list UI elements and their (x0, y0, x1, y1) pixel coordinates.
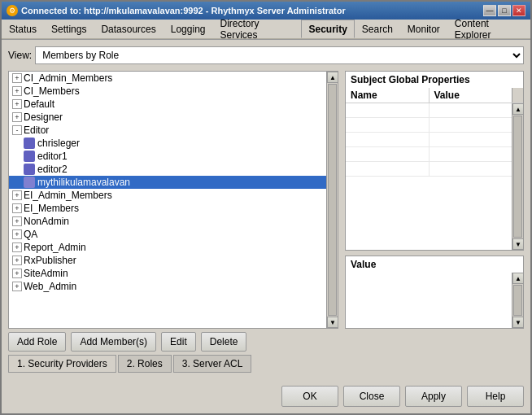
menu-datasources[interactable]: Datasources (94, 20, 163, 38)
tree-item-label: NonAdmin (24, 216, 69, 227)
expand-icon[interactable]: + (12, 282, 22, 291)
user-icon (24, 151, 35, 162)
menu-search[interactable]: Search (355, 20, 400, 38)
tree-item-report-admin[interactable]: + Report_Admin (9, 241, 326, 254)
scroll-thumb[interactable] (513, 116, 522, 238)
ok-button[interactable]: OK (281, 386, 338, 407)
expand-icon[interactable]: + (12, 86, 22, 96)
menu-content-explorer[interactable]: Content Explorer (447, 20, 530, 38)
tree-item-label: Web_Admin (24, 281, 76, 292)
delete-button[interactable]: Delete (201, 332, 247, 352)
scroll-down-button[interactable]: ▼ (512, 238, 523, 250)
tree-item-siteadmin[interactable]: + SiteAdmin (9, 267, 326, 280)
tree-item-label: chrisleger (37, 138, 80, 149)
value-title: Value (346, 256, 523, 273)
main-window: ⚙ Connected to: http://mkulamavalavan:99… (0, 0, 532, 415)
tree-item-label: Editor (24, 124, 49, 136)
props-row (346, 118, 512, 133)
add-role-button[interactable]: Add Role (8, 332, 66, 352)
tab-roles[interactable]: 2. Roles (118, 355, 172, 373)
tree-item-label: Designer (24, 111, 63, 123)
tab-security-providers[interactable]: 1. Security Providers (8, 355, 116, 373)
bottom-tabs: 1. Security Providers 2. Roles 3. Server… (8, 355, 524, 373)
props-table: Name Value (346, 88, 523, 250)
tree-item-chrisleger[interactable]: chrisleger (9, 137, 326, 150)
expand-icon[interactable]: + (12, 73, 22, 83)
help-button[interactable]: Help (467, 386, 524, 407)
props-row (346, 103, 512, 118)
props-body: ▲ ▼ (346, 103, 523, 250)
menu-logging[interactable]: Logging (164, 20, 213, 38)
tree-item-editor1[interactable]: editor1 (9, 150, 326, 163)
tab-content: View: Members by Role Roles by Member + … (2, 39, 530, 379)
tree-item-editor2[interactable]: editor2 (9, 163, 326, 176)
expand-icon[interactable]: + (12, 216, 22, 226)
expand-icon[interactable]: - (12, 125, 22, 135)
value-content: ▲ ▼ (346, 273, 523, 328)
expand-icon[interactable]: + (12, 203, 22, 213)
tree-item-ei-members[interactable]: + EI_Members (9, 202, 326, 215)
menu-security[interactable]: Security (301, 20, 354, 38)
view-select[interactable]: Members by Role Roles by Member (35, 46, 524, 64)
tree-item-label: EI_Admin_Members (24, 190, 112, 201)
scroll-down-button[interactable]: ▼ (512, 317, 524, 328)
tree-item-label: mythilikulamavalavan (37, 177, 130, 188)
expand-icon[interactable]: + (12, 99, 22, 109)
title-buttons: — □ ✕ (483, 5, 525, 16)
scroll-up-button[interactable]: ▲ (512, 103, 523, 115)
props-scrollbar[interactable]: ▲ ▼ (512, 103, 523, 250)
tree-item-web-admin[interactable]: + Web_Admin (9, 280, 326, 293)
view-row: View: Members by Role Roles by Member (8, 46, 524, 64)
tree-item-label: editor2 (37, 164, 68, 175)
expand-icon[interactable]: + (12, 242, 22, 252)
tree-item-ci-members[interactable]: + CI_Members (9, 85, 326, 98)
tree-item-default[interactable]: + Default (9, 98, 326, 111)
tree-item-ci-admin[interactable]: + CI_Admin_Members (9, 72, 326, 85)
props-header: Name Value (346, 88, 523, 103)
subject-global-properties: Subject Global Properties Name Value (345, 71, 524, 251)
tree-scrollbar[interactable]: ▲ ▼ (326, 72, 338, 328)
tree-panel: + CI_Admin_Members + CI_Members + Defaul… (8, 71, 338, 329)
scroll-down-button[interactable]: ▼ (327, 317, 338, 328)
close-dialog-button[interactable]: Close (343, 386, 400, 407)
scroll-thumb[interactable] (513, 285, 522, 316)
menu-directory-services[interactable]: Directory Services (212, 20, 301, 38)
expand-icon[interactable]: + (12, 190, 22, 200)
edit-button[interactable]: Edit (161, 332, 196, 352)
tree-item-rxpublisher[interactable]: + RxPublisher (9, 254, 326, 267)
name-column-header: Name (346, 88, 430, 103)
tree-action-buttons: Add Role Add Member(s) Edit Delete (8, 332, 524, 352)
tree-item-qa[interactable]: + QA (9, 228, 326, 241)
menu-settings[interactable]: Settings (44, 20, 94, 38)
add-member-button[interactable]: Add Member(s) (71, 332, 156, 352)
apply-button[interactable]: Apply (405, 386, 462, 407)
tree-item-mythilikulamavalavan[interactable]: mythilikulamavalavan (9, 176, 326, 189)
expand-icon[interactable]: + (12, 256, 22, 265)
view-select-wrapper: Members by Role Roles by Member (35, 46, 524, 64)
menu-status[interactable]: Status (2, 20, 44, 38)
scroll-up-button[interactable]: ▲ (327, 72, 338, 83)
expand-icon[interactable]: + (12, 112, 22, 122)
right-panel: Subject Global Properties Name Value (345, 71, 524, 329)
value-scrollbar[interactable]: ▲ ▼ (512, 273, 523, 328)
maximize-button[interactable]: □ (498, 5, 511, 16)
tab-server-acl[interactable]: 3. Server ACL (173, 355, 252, 373)
minimize-button[interactable]: — (483, 5, 496, 16)
value-column-header: Value (430, 88, 512, 103)
tree-item-editor[interactable]: - Editor (9, 124, 326, 137)
menu-monitor[interactable]: Monitor (400, 20, 447, 38)
expand-icon[interactable]: + (12, 269, 22, 278)
expand-icon[interactable]: + (12, 229, 22, 239)
title-bar-left: ⚙ Connected to: http://mkulamavalavan:99… (7, 5, 346, 16)
props-row (346, 162, 512, 177)
tree-item-label: RxPublisher (24, 255, 76, 266)
tree-item-ei-admin[interactable]: + EI_Admin_Members (9, 189, 326, 202)
user-icon (24, 164, 35, 175)
tree-item-nonadmin[interactable]: + NonAdmin (9, 215, 326, 228)
scroll-up-button[interactable]: ▲ (512, 273, 524, 284)
close-button[interactable]: ✕ (512, 5, 525, 16)
properties-title: Subject Global Properties (346, 72, 523, 88)
tree-item-label: editor1 (37, 151, 68, 162)
tree-item-designer[interactable]: + Designer (9, 111, 326, 124)
scroll-thumb[interactable] (328, 84, 337, 316)
